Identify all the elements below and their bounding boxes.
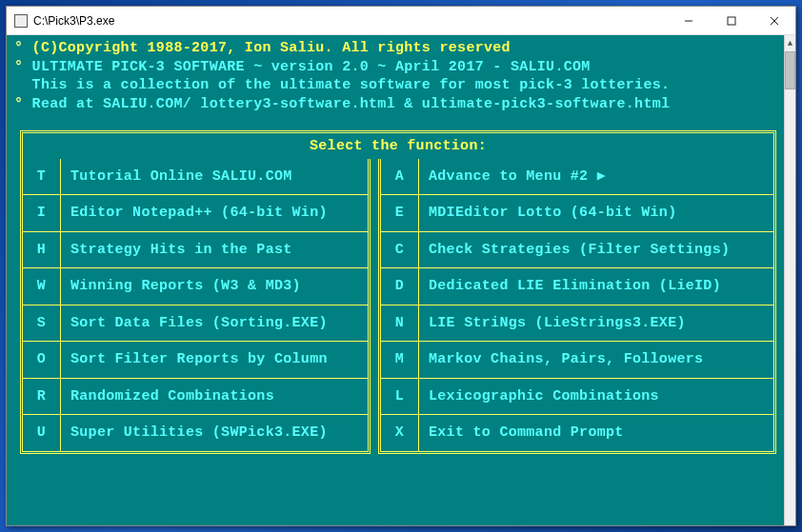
titlebar[interactable]: C:\Pick3\P3.exe [7,7,795,35]
menu-key: U [23,415,61,451]
menu-label: Strategy Hits in the Past [61,232,368,268]
menu-label: Exit to Command Prompt [419,415,773,451]
menu-item-c[interactable]: CCheck Strategies (Filter Settings) [381,231,773,268]
svg-rect-1 [728,17,735,25]
menu-item-i[interactable]: IEditor Notepad++ (64-bit Win) [23,194,368,231]
menu-label: Randomized Combinations [61,379,368,415]
close-button[interactable] [752,7,795,34]
menu-key: N [381,305,419,342]
menu-label: Tutorial Online SALIU.COM [61,159,368,195]
menu-label: MDIEditor Lotto (64-bit Win) [419,195,773,231]
window-controls [667,7,795,34]
menu-item-o[interactable]: OSort Filter Reports by Column [23,341,368,378]
menu-label: Sort Filter Reports by Column [61,342,368,378]
menu-item-e[interactable]: EMDIEditor Lotto (64-bit Win) [381,194,773,231]
menu-label: Sort Data Files (Sorting.EXE) [61,305,368,342]
header-line-4-text: Read at SALIU.COM/ lottery3-software.htm… [32,96,671,112]
menu-key: E [381,195,419,231]
menu-item-t[interactable]: TTutorial Online SALIU.COM [23,159,368,195]
menu-col-right: AAdvance to Menu #2 ▶EMDIEditor Lotto (6… [378,159,776,454]
menu-label: Markov Chains, Pairs, Followers [419,342,773,378]
menu-item-m[interactable]: MMarkov Chains, Pairs, Followers [381,341,773,378]
menu-key: T [23,159,61,195]
menu-key: X [381,415,419,451]
menu-item-l[interactable]: LLexicographic Combinations [381,378,773,415]
menu-key: R [23,379,61,415]
menu-item-a[interactable]: AAdvance to Menu #2 ▶ [381,159,773,195]
window-title: C:\Pick3\P3.exe [33,14,667,28]
content-area: (C)Copyright 1988-2017, Ion Saliu. All r… [7,35,795,525]
scroll-up-button[interactable]: ▲ [785,35,795,51]
menu-label: Check Strategies (Filter Settings) [419,232,773,268]
menu-label: Advance to Menu #2 ▶ [419,159,773,195]
menu-item-w[interactable]: WWinning Reports (W3 & MD3) [23,267,368,305]
menu-key: O [23,342,61,378]
menu-item-d[interactable]: DDedicated LIE Elimination (LieID) [381,267,773,305]
menu-item-h[interactable]: HStrategy Hits in the Past [23,231,368,268]
close-icon [770,16,779,26]
header-line-4: Read at SALIU.COM/ lottery3-software.htm… [14,95,776,114]
minimize-icon [684,16,693,26]
header-line-2: ULTIMATE PICK-3 SOFTWARE ~ version 2.0 ~… [14,58,776,77]
maximize-button[interactable] [710,7,752,34]
menu-columns: TTutorial Online SALIU.COMIEditor Notepa… [20,159,776,454]
menu-key: M [381,342,419,378]
menu-title: Select the function: [20,130,776,159]
scroll-thumb[interactable] [785,51,795,89]
menu-item-s[interactable]: SSort Data Files (Sorting.EXE) [23,305,368,342]
menu-item-n[interactable]: NLIE StriNgs (LieStrings3.EXE) [381,305,773,342]
menu-label: Super Utilities (SWPick3.EXE) [61,415,368,451]
menu-key: A [381,159,419,195]
maximize-icon [727,16,736,26]
menu-item-u[interactable]: USuper Utilities (SWPick3.EXE) [23,414,368,451]
header-line-1: (C)Copyright 1988-2017, Ion Saliu. All r… [14,39,776,58]
menu-key: H [23,232,61,268]
vertical-scrollbar[interactable]: ▲ [784,35,795,525]
menu-label: Editor Notepad++ (64-bit Win) [61,195,368,231]
menu-label: Lexicographic Combinations [419,379,773,415]
menu-key: I [23,195,61,231]
menu-label: Winning Reports (W3 & MD3) [61,268,368,305]
header-line-2-text: ULTIMATE PICK-3 SOFTWARE ~ version 2.0 ~… [32,59,591,75]
menu-key: D [381,268,419,305]
menu-key: W [23,268,61,305]
menu-label: LIE StriNgs (LieStrings3.EXE) [419,305,773,342]
menu-col-left: TTutorial Online SALIU.COMIEditor Notepa… [20,159,371,454]
menu-key: S [23,305,61,342]
app-window: C:\Pick3\P3.exe (C)Copyright 1988-2017, … [6,6,796,526]
console-output: (C)Copyright 1988-2017, Ion Saliu. All r… [7,35,784,525]
menu-item-x[interactable]: XExit to Command Prompt [381,414,773,451]
app-icon [14,14,28,28]
menu-label: Dedicated LIE Elimination (LieID) [419,268,773,305]
header-line-3-text: This is a collection of the ultimate sof… [32,77,671,93]
menu-item-r[interactable]: RRandomized Combinations [23,378,368,415]
menu-key: C [381,232,419,268]
menu-key: L [381,379,419,415]
minimize-button[interactable] [667,7,710,34]
header-line-3: This is a collection of the ultimate sof… [14,76,776,95]
